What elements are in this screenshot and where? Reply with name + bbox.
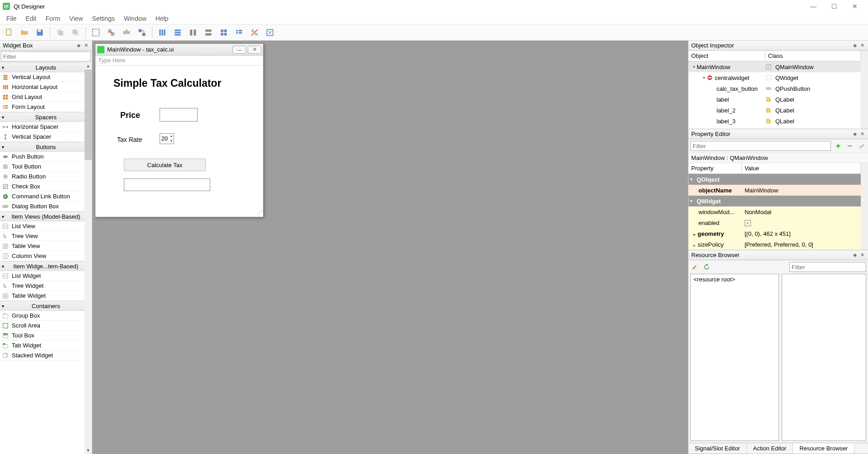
menu-form[interactable]: Form — [41, 14, 65, 23]
tab-action-editor[interactable]: Action Editor — [747, 443, 793, 454]
form-window[interactable]: MainWindow - tax_calc.ui — ✕ Type Here S… — [95, 43, 264, 217]
tax-rate-label[interactable]: Tax Rate — [117, 136, 142, 143]
design-canvas[interactable]: MainWindow - tax_calc.ui — ✕ Type Here S… — [92, 41, 688, 454]
property-value[interactable]: MainWindow — [742, 187, 861, 194]
tax-rate-spinbox[interactable]: 20 ▲▼ — [160, 133, 174, 144]
dock-float-icon[interactable]: ◈ — [852, 252, 858, 258]
property-group[interactable]: ▾QWidget — [689, 196, 861, 206]
oi-row[interactable]: ▾centralwidgetQWidget — [689, 72, 861, 83]
widget-item[interactable]: Tool Button — [0, 162, 92, 172]
widget-item[interactable]: Tab Widget — [0, 341, 92, 351]
resize-grip-icon[interactable]: ⋰ — [257, 211, 262, 216]
tab-resource-browser[interactable]: Resource Browser — [793, 443, 854, 454]
dock-float-icon[interactable]: ◈ — [852, 42, 858, 49]
configure-icon[interactable] — [857, 141, 866, 150]
property-row[interactable]: enabled✓ — [689, 217, 861, 228]
dock-float-icon[interactable]: ◈ — [75, 42, 82, 49]
edit-resources-icon[interactable] — [690, 262, 699, 271]
widget-box-scrollbar[interactable]: ▲ ▼ — [85, 62, 92, 454]
menu-settings[interactable]: Settings — [87, 14, 119, 23]
widget-category[interactable]: ▾Layouts — [0, 62, 92, 72]
result-input[interactable] — [124, 178, 210, 191]
widget-item[interactable]: Scroll Area — [0, 321, 92, 331]
oi-scrollbar[interactable] — [861, 51, 868, 129]
widget-item[interactable]: Grid Layout — [0, 92, 92, 102]
pe-col-property[interactable]: Property — [689, 163, 742, 173]
oi-row[interactable]: label_2QLabel — [689, 105, 861, 116]
property-value[interactable]: NonModal — [742, 209, 861, 215]
property-row[interactable]: ▸geometry[(0, 0), 462 x 451] — [689, 228, 861, 239]
widget-item[interactable]: Horizontal Spacer — [0, 122, 92, 132]
layout-hsplit-icon[interactable] — [187, 26, 199, 39]
property-value[interactable]: ✓ — [742, 219, 861, 226]
save-file-icon[interactable] — [33, 26, 46, 39]
oi-row[interactable]: calc_tax_buttonQPushButton — [689, 83, 861, 94]
widget-item[interactable]: Stacked Widget — [0, 351, 92, 360]
layout-grid-icon[interactable] — [217, 26, 230, 39]
widget-item[interactable]: Table View — [0, 241, 92, 251]
dock-close-icon[interactable]: ✕ — [859, 131, 865, 137]
widget-item[interactable]: Tree Widget — [0, 281, 92, 291]
widget-item[interactable]: Tool Box — [0, 331, 92, 341]
widget-category[interactable]: ▾Containers — [0, 301, 92, 311]
property-group[interactable]: ▾QObject — [689, 174, 861, 185]
menu-help[interactable]: Help — [151, 14, 173, 23]
window-maximize-button[interactable]: ☐ — [824, 0, 844, 13]
widget-category[interactable]: ▾Item Widge...tem-Based) — [0, 261, 92, 271]
widget-item[interactable]: Tree View — [0, 231, 92, 241]
menu-view[interactable]: View — [65, 14, 87, 23]
widget-box-list[interactable]: ▾LayoutsVertical LayoutHorizontal Layout… — [0, 62, 92, 454]
calculate-tax-button[interactable]: Calculate Tax — [124, 159, 206, 171]
pe-scrollbar[interactable] — [861, 163, 868, 250]
form-close-button[interactable]: ✕ — [248, 46, 261, 54]
widget-item[interactable]: Column View — [0, 251, 92, 261]
property-value[interactable]: [Preferred, Preferred, 0, 0] — [742, 241, 861, 248]
oi-col-class[interactable]: Class — [765, 51, 861, 61]
window-minimize-button[interactable]: — — [803, 0, 824, 13]
form-heading-label[interactable]: Simple Tax Calculator — [113, 77, 222, 89]
adjust-size-icon[interactable] — [264, 26, 276, 39]
edit-signals-icon[interactable] — [105, 26, 118, 39]
dock-close-icon[interactable]: ✕ — [859, 42, 865, 49]
property-row[interactable]: ▸sizePolicy[Preferred, Preferred, 0, 0] — [689, 239, 861, 250]
widget-item[interactable]: OKPush Button — [0, 152, 92, 162]
widget-item[interactable]: Command Link Button — [0, 192, 92, 201]
dock-close-icon[interactable]: ✕ — [859, 252, 865, 258]
widget-category[interactable]: ▾Buttons — [0, 142, 92, 152]
resource-root[interactable]: <resource root> — [693, 276, 735, 283]
widget-item[interactable]: Check Box — [0, 182, 92, 192]
widget-category[interactable]: ▾Item Views (Model-Based) — [0, 211, 92, 221]
widget-category[interactable]: ▾Spacers — [0, 112, 92, 122]
widget-box-filter-input[interactable] — [1, 51, 91, 61]
property-row[interactable]: objectNameMainWindow — [689, 185, 861, 196]
form-body[interactable]: Simple Tax Calculator Price Tax Rate 20 … — [95, 66, 263, 217]
bring-front-icon[interactable] — [69, 26, 82, 39]
edit-tab-order-icon[interactable] — [136, 26, 148, 39]
form-titlebar[interactable]: MainWindow - tax_calc.ui — ✕ — [95, 44, 263, 56]
widget-item[interactable]: Vertical Layout — [0, 72, 92, 82]
layout-vsplit-icon[interactable] — [202, 26, 215, 39]
widget-item[interactable]: List Widget — [0, 271, 92, 281]
remove-property-icon[interactable]: − — [845, 141, 854, 150]
object-inspector-tree[interactable]: ▾MainWindowQMainWindow▾centralwidgetQWid… — [689, 61, 861, 126]
open-file-icon[interactable] — [18, 26, 31, 39]
widget-item[interactable]: List View — [0, 221, 92, 231]
widget-item[interactable]: Form Layout — [0, 102, 92, 112]
layout-vertical-icon[interactable] — [171, 26, 184, 39]
widget-item[interactable]: Radio Button — [0, 172, 92, 182]
tab-signal-slot[interactable]: Signal/Slot Editor — [689, 443, 747, 454]
edit-buddies-icon[interactable] — [120, 26, 133, 39]
edit-widgets-icon[interactable] — [90, 26, 102, 39]
menu-edit[interactable]: Edit — [21, 14, 41, 23]
break-layout-icon[interactable] — [248, 26, 261, 39]
property-value[interactable]: [(0, 0), 462 x 451] — [742, 230, 861, 237]
oi-row[interactable]: ▾MainWindowQMainWindow — [689, 61, 861, 72]
property-editor-table[interactable]: ▾QObjectobjectNameMainWindow▾QWidgetwind… — [689, 174, 861, 250]
oi-row[interactable]: labelQLabel — [689, 94, 861, 105]
new-file-icon[interactable] — [3, 26, 15, 39]
resource-preview[interactable] — [782, 274, 866, 441]
spin-down-icon[interactable]: ▼ — [169, 139, 174, 144]
widget-item[interactable]: Vertical Spacer — [0, 132, 92, 142]
widget-item[interactable]: Dialog Button Box — [0, 201, 92, 211]
menu-file[interactable]: File — [2, 14, 21, 23]
